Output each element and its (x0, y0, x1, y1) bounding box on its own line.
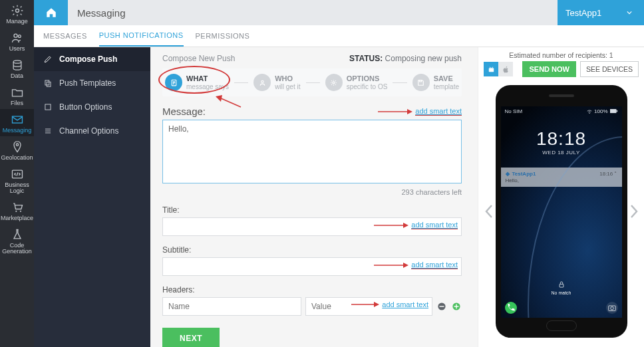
plus-circle-icon (452, 302, 461, 311)
status-text: STATUS: Composing new push (349, 54, 462, 63)
rail-item-files[interactable]: Files (0, 82, 34, 109)
annotation-arrow (377, 108, 412, 115)
tab-messages[interactable]: MESSAGES (43, 26, 87, 46)
phone-call-shortcut (505, 302, 517, 314)
svg-point-7 (15, 211, 17, 212)
home-button[interactable] (34, 0, 68, 25)
copy-icon (43, 78, 53, 88)
phone-icon (505, 302, 517, 314)
svg-point-14 (333, 81, 335, 83)
preview-panel: Estimated number of recipients: 1 SEND N… (478, 47, 644, 347)
wifi-icon (587, 109, 592, 114)
step-who[interactable]: WHOwill get it (253, 74, 300, 91)
svg-rect-10 (47, 82, 51, 86)
annotation-arrow (350, 301, 379, 308)
sidenav-channel-options[interactable]: Channel Options (34, 119, 150, 143)
header-name-input[interactable] (162, 297, 301, 316)
svg-rect-11 (45, 104, 51, 110)
marker-icon (11, 140, 24, 154)
caret-down-icon (627, 10, 632, 15)
see-devices-button[interactable]: SEE DEVICES (580, 61, 639, 77)
add-smart-text-header[interactable]: add smart text (382, 300, 428, 308)
svg-point-0 (15, 9, 19, 13)
svg-marker-19 (403, 263, 408, 268)
svg-point-2 (18, 35, 21, 38)
rail-item-geolocation[interactable]: Geolocation (0, 136, 34, 164)
battery-status: 100% (594, 108, 607, 114)
rail-item-messaging[interactable]: Messaging (0, 109, 34, 136)
svg-marker-17 (407, 109, 412, 114)
gear-icon (329, 78, 338, 87)
tab-permissions[interactable]: PERMISSIONS (196, 26, 250, 46)
step-save[interactable]: SAVEtemplate (412, 74, 459, 91)
sim-status: No SIM (505, 108, 523, 114)
remove-header-button[interactable] (436, 301, 447, 312)
sidenav-compose-push[interactable]: Compose Push (34, 47, 150, 71)
recipients-text: Estimated number of recipients: 1 (509, 51, 613, 59)
list-icon (43, 126, 53, 136)
svg-point-13 (261, 80, 263, 82)
lock-icon (557, 280, 566, 289)
sidenav-button-options[interactable]: Button Options (34, 95, 150, 119)
add-smart-text-message[interactable]: add smart text (415, 107, 462, 116)
chars-left: 293 characters left (162, 188, 462, 196)
android-icon (487, 65, 496, 74)
rail-item-manage[interactable]: Manage (0, 0, 34, 27)
sidenav-push-templates[interactable]: Push Templates (34, 71, 150, 95)
page-title: Messaging (68, 7, 558, 19)
svg-point-26 (589, 112, 589, 113)
annotation-arrow (373, 262, 408, 269)
rail-item-users[interactable]: Users (0, 27, 34, 55)
rail-item-marketplace[interactable]: Marketplace (0, 197, 34, 224)
app-selector[interactable]: TestApp1 (558, 0, 644, 25)
svg-rect-9 (45, 80, 49, 85)
next-button[interactable]: NEXT (162, 328, 220, 347)
message-label: Message: (162, 106, 206, 117)
title-label: Title: (162, 205, 180, 215)
svg-point-3 (13, 60, 21, 63)
folder-icon (11, 86, 24, 99)
sidenav: Compose Push Push Templates Button Optio… (34, 47, 150, 347)
svg-point-5 (16, 144, 18, 146)
send-now-button[interactable]: SEND NOW (522, 61, 576, 77)
home-icon (45, 7, 57, 19)
subtabs: MESSAGES PUSH NOTIFICATIONS PERMISSIONS (34, 25, 644, 47)
message-input[interactable] (162, 120, 462, 183)
topbar: Messaging TestApp1 (34, 0, 644, 25)
rail-item-data[interactable]: Data (0, 55, 34, 82)
minus-circle-icon (437, 302, 446, 311)
rail-item-business-logic[interactable]: Business Logic (0, 164, 34, 197)
left-rail: Manage Users Data Files Messaging Geoloc… (0, 0, 34, 347)
svg-marker-20 (374, 302, 379, 307)
breadcrumb: Compose New Push (162, 54, 235, 63)
flask-icon (11, 228, 24, 241)
doc-icon (170, 78, 178, 87)
chevron-right-icon (629, 203, 639, 219)
code-icon (11, 168, 24, 181)
svg-rect-28 (616, 110, 617, 112)
preview-prev-button[interactable] (482, 198, 496, 225)
chevron-left-icon (484, 203, 494, 219)
svg-rect-25 (456, 304, 456, 309)
add-smart-text-subtitle[interactable]: add smart text (411, 261, 458, 269)
tab-push-notifications[interactable]: PUSH NOTIFICATIONS (99, 25, 184, 47)
device-preview: No SIM 100% 18:18 WED 18 JULY (496, 85, 627, 338)
rail-item-code-generation[interactable]: Code Generation (0, 224, 34, 257)
svg-point-8 (19, 211, 21, 212)
step-what[interactable]: WHATmessage says (165, 74, 229, 91)
add-smart-text-title[interactable]: add smart text (411, 221, 458, 229)
add-header-button[interactable] (451, 301, 462, 312)
square-icon (43, 102, 53, 112)
svg-rect-15 (419, 80, 421, 81)
save-icon (416, 78, 425, 87)
os-android-button[interactable] (484, 62, 498, 76)
preview-next-button[interactable] (627, 198, 641, 225)
step-options[interactable]: OPTIONSspecific to OS (325, 74, 388, 91)
svg-rect-4 (12, 116, 22, 123)
database-icon (11, 58, 24, 72)
users-icon (11, 31, 24, 45)
svg-point-1 (14, 34, 17, 37)
svg-rect-22 (440, 306, 444, 306)
os-ios-button[interactable] (498, 62, 513, 76)
battery-icon (610, 109, 618, 114)
